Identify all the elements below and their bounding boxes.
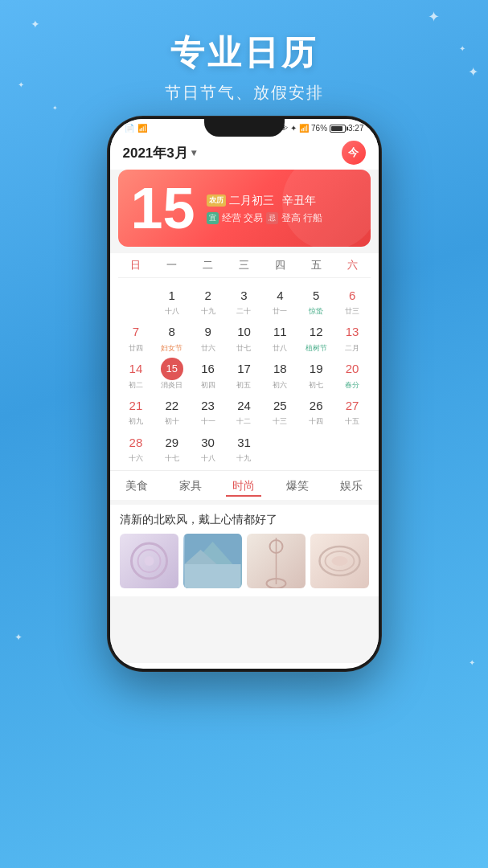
content-image-2[interactable]	[183, 534, 242, 588]
day-cell-w2-d5[interactable]: 11廿八	[262, 318, 298, 355]
day-cell-w1-d4[interactable]: 3二十	[226, 281, 262, 318]
day-number: 22	[161, 394, 183, 416]
day-lunar: 廿三	[345, 307, 359, 316]
lunar-badge: 农历 二月初三 辛丑年	[207, 194, 316, 208]
day-cell-w4-d1[interactable]: 21初九	[118, 391, 154, 428]
calendar-grid: 日 一 二 三 四 五 六 1十八2十九3二十4廿一5惊蛰6廿三7廿四8妇女节9…	[110, 253, 379, 470]
day-number: 7	[125, 321, 147, 343]
day-cell-w1-d5[interactable]: 4廿一	[262, 281, 298, 318]
sparkle-6: ✦	[14, 632, 23, 643]
day-number: 6	[341, 284, 363, 306]
signal-icon: 📶	[299, 124, 309, 133]
day-lunar: 十三	[273, 417, 287, 426]
day-cell-w3-d1[interactable]: 14初二	[118, 355, 154, 392]
today-day-number: 15	[131, 179, 195, 237]
day-cell-w2-d7[interactable]: 13二月	[334, 318, 371, 355]
day-number: 2	[197, 284, 219, 306]
day-lunar: 初十	[165, 417, 179, 426]
tab-shishang[interactable]: 时尚	[226, 477, 261, 497]
day-number: 23	[197, 394, 219, 416]
sparkle-8: ✦	[52, 104, 58, 112]
day-number: 1	[161, 284, 183, 306]
tab-jiaju[interactable]: 家具	[173, 477, 208, 497]
day-cell-w2-d1[interactable]: 7廿四	[118, 318, 154, 355]
activities-bad: 登高 行船	[281, 211, 322, 225]
day-number	[125, 284, 147, 306]
day-cell-w4-d6[interactable]: 26十四	[298, 391, 334, 428]
day-lunar: 植树节	[306, 344, 327, 353]
day-lunar: 消炎日	[161, 381, 182, 390]
day-cell-w5-d1[interactable]: 28十六	[118, 428, 154, 465]
app-content: 2021年3月 ▾ 今 15 农历 二月初三 辛丑年 宜 经营 交易	[110, 134, 379, 663]
day-cell-w3-d2[interactable]: 15消炎日	[154, 355, 190, 392]
day-lunar: 廿七	[236, 344, 251, 353]
day-lunar: 廿八	[273, 344, 287, 353]
svg-point-12	[331, 556, 347, 566]
day-cell-w4-d3[interactable]: 23十一	[190, 391, 226, 428]
tab-yule[interactable]: 娱乐	[334, 477, 369, 497]
day-number: 11	[269, 321, 291, 343]
content-image-3[interactable]	[247, 534, 306, 588]
day-lunar: 初五	[236, 381, 251, 390]
day-cell-w2-d4[interactable]: 10廿七	[226, 318, 262, 355]
weekday-thu: 四	[262, 256, 298, 274]
week-1: 1十八2十九3二十4廿一5惊蛰6廿三	[118, 281, 371, 318]
day-cell-w1-d1	[118, 281, 154, 318]
day-cell-w4-d2[interactable]: 22初十	[154, 391, 190, 428]
day-cell-w1-d3[interactable]: 2十九	[190, 281, 226, 318]
day-cell-w3-d4[interactable]: 17初五	[226, 355, 262, 392]
lunar-year: 辛丑年	[282, 194, 316, 208]
day-cell-w5-d4[interactable]: 31十九	[226, 428, 262, 465]
day-number: 4	[269, 284, 291, 306]
day-cell-w3-d6[interactable]: 19初七	[298, 355, 334, 392]
month-label: 2021年3月	[123, 144, 188, 162]
bottom-tabs: 美食 家具 时尚 爆笑 娱乐	[110, 470, 379, 500]
day-number: 21	[125, 394, 147, 416]
day-number: 29	[161, 431, 183, 453]
wifi-icon: 📶	[137, 124, 147, 133]
tab-baoxiao[interactable]: 爆笑	[280, 477, 315, 497]
day-lunar: 二月	[345, 344, 359, 353]
day-lunar: 十九	[201, 307, 215, 316]
today-banner[interactable]: 15 农历 二月初三 辛丑年 宜 经营 交易 忌 登高 行船	[118, 170, 371, 247]
day-number: 15	[161, 358, 183, 380]
day-cell-w1-d7[interactable]: 6廿三	[334, 281, 371, 318]
week-4: 21初九22初十23十一24十二25十三26十四27十五	[118, 391, 371, 428]
day-lunar: 廿六	[201, 344, 215, 353]
day-lunar: 十五	[345, 417, 359, 426]
content-image-1[interactable]	[120, 534, 178, 588]
content-image-4[interactable]	[310, 534, 369, 588]
lunar-date: 二月初三	[229, 194, 274, 208]
weekdays-row: 日 一 二 三 四 五 六	[118, 253, 371, 278]
day-cell-w3-d7[interactable]: 20春分	[334, 355, 371, 392]
day-cell-w3-d5[interactable]: 18初六	[262, 355, 298, 392]
day-cell-w1-d6[interactable]: 5惊蛰	[298, 281, 334, 318]
day-cell-w5-d5	[262, 428, 298, 465]
day-cell-w2-d2[interactable]: 8妇女节	[154, 318, 190, 355]
day-lunar: 十六	[129, 454, 143, 463]
day-number: 8	[161, 321, 183, 343]
day-cell-w5-d2[interactable]: 29十七	[154, 428, 190, 465]
day-cell-w1-d2[interactable]: 1十八	[154, 281, 190, 318]
day-cell-w5-d3[interactable]: 30十八	[190, 428, 226, 465]
month-title[interactable]: 2021年3月 ▾	[123, 144, 196, 162]
day-cell-w4-d5[interactable]: 25十三	[262, 391, 298, 428]
day-cell-w4-d7[interactable]: 27十五	[334, 391, 371, 428]
dropdown-arrow-icon[interactable]: ▾	[191, 147, 196, 158]
phone-notch	[204, 119, 285, 137]
bluetooth-icon: ✦	[290, 124, 297, 133]
day-cell-w2-d3[interactable]: 9廿六	[190, 318, 226, 355]
today-button[interactable]: 今	[342, 141, 366, 165]
tab-meishi[interactable]: 美食	[119, 477, 154, 497]
status-right: 👁 ✦ 📶 76% 3:27	[280, 124, 363, 133]
day-cell-w3-d3[interactable]: 16初四	[190, 355, 226, 392]
day-lunar: 初九	[129, 417, 143, 426]
sparkle-7: ✦	[469, 658, 475, 667]
day-cell-w2-d6[interactable]: 12植树节	[298, 318, 334, 355]
day-lunar: 十二	[236, 417, 251, 426]
day-number: 14	[125, 358, 147, 380]
day-lunar: 十九	[236, 454, 251, 463]
day-cell-w4-d4[interactable]: 24十二	[226, 391, 262, 428]
battery-pct: 76%	[311, 124, 327, 133]
day-lunar: 初六	[273, 381, 287, 390]
